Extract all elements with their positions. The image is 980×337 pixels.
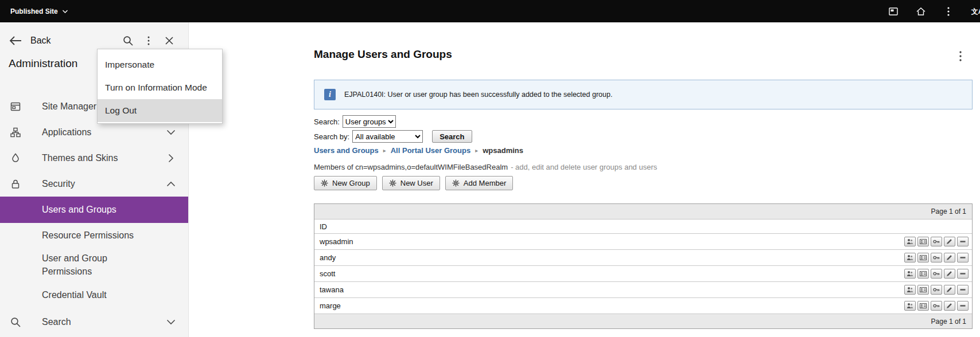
kebab-icon (947, 6, 950, 17)
edit-button[interactable] (944, 285, 955, 295)
search-by-select[interactable]: All available (352, 130, 423, 143)
view-membership-button[interactable] (904, 237, 916, 246)
sidebar-item-search[interactable]: Search (0, 309, 188, 335)
view-membership-button[interactable] (904, 253, 916, 262)
sidebar-search-button[interactable] (119, 30, 137, 51)
sidebar-close-button[interactable] (161, 30, 178, 51)
sidebar-item-credential-vault[interactable]: Credential Vault (0, 281, 188, 309)
menu-item-impersonate[interactable]: Impersonate (98, 53, 222, 76)
remove-icon (959, 287, 966, 293)
remove-button[interactable] (957, 237, 969, 246)
chevron-right-icon (168, 154, 174, 163)
breadcrumb-link-users-and-groups[interactable]: Users and Groups (314, 146, 379, 155)
chevron-down-icon (166, 319, 176, 325)
profile-button[interactable] (917, 301, 929, 311)
menu-item-log-out[interactable]: Log Out (98, 99, 222, 122)
page-kebab-button[interactable] (955, 50, 966, 62)
add-member-button[interactable]: Add Member (445, 176, 513, 190)
row-id-label: marge (314, 301, 341, 310)
new-user-label: New User (400, 179, 433, 187)
assign-roles-button[interactable] (931, 285, 942, 295)
profile-button[interactable] (917, 285, 929, 295)
edit-icon (946, 238, 953, 245)
remove-button[interactable] (957, 285, 969, 295)
profile-button[interactable] (917, 253, 929, 262)
table-row: scott (314, 265, 972, 281)
sidebar-item-security[interactable]: Security (0, 171, 188, 197)
profile-button[interactable] (917, 237, 929, 246)
edit-icon (946, 254, 953, 261)
chevron-up-icon (166, 181, 176, 187)
sidebar-kebab-button[interactable] (140, 30, 157, 51)
row-actions (904, 237, 972, 246)
assign-roles-button[interactable] (931, 269, 942, 279)
edit-button[interactable] (944, 253, 955, 262)
membership-icon (907, 287, 913, 293)
close-icon (165, 36, 174, 45)
language-button[interactable]: 文A (969, 5, 980, 18)
pagination-top: Page 1 of 1 (314, 204, 972, 219)
back-button[interactable]: Back (9, 30, 51, 51)
published-site-menu[interactable]: Published Site (0, 0, 78, 22)
table-row: andy (314, 249, 972, 265)
breadcrumb-separator: ▸ (383, 147, 386, 154)
edit-button[interactable] (944, 269, 955, 279)
view-membership-button[interactable] (904, 285, 916, 295)
published-site-label: Published Site (10, 7, 58, 15)
search-type-select[interactable]: User groups (343, 115, 396, 128)
info-icon: i (324, 89, 336, 100)
assign-roles-button[interactable] (931, 253, 942, 262)
row-actions (904, 253, 972, 262)
profile-button[interactable] (917, 269, 929, 279)
themes-icon (9, 152, 22, 164)
caret-down-icon (63, 10, 68, 13)
members-text: Members of cn=wpsadmins,o=defaultWIMFile… (314, 163, 508, 171)
members-hint: - add, edit and delete user groups and u… (511, 163, 657, 171)
sidebar-item-user-and-group-permissions[interactable]: User and Group Permissions (0, 248, 188, 281)
table-row: marge (314, 297, 972, 314)
profile-icon (920, 303, 927, 309)
sidebar-item-label: Site Manager (42, 101, 96, 112)
home-icon (915, 6, 927, 17)
toolbar-panel-button[interactable] (887, 5, 900, 18)
remove-icon (959, 271, 966, 277)
menu-item-turn-on-information-mode[interactable]: Turn on Information Mode (98, 76, 222, 99)
remove-button[interactable] (957, 269, 969, 279)
assign-roles-button[interactable] (931, 237, 942, 246)
profile-icon (920, 271, 927, 277)
assign-roles-button[interactable] (931, 301, 942, 311)
row-actions (904, 285, 972, 295)
row-id-label: scott (314, 269, 335, 278)
new-icon (389, 179, 396, 187)
table-row: tawana (314, 281, 972, 297)
breadcrumb-current: wpsadmins (483, 146, 523, 155)
edit-button[interactable] (944, 301, 955, 311)
page-title: Manage Users and Groups (314, 48, 452, 61)
edit-button[interactable] (944, 237, 955, 246)
new-group-label: New Group (332, 179, 370, 187)
home-button[interactable] (915, 5, 927, 18)
search-icon (9, 316, 22, 328)
view-membership-button[interactable] (904, 269, 916, 279)
search-button[interactable]: Search (432, 130, 472, 143)
sidebar-item-resource-permissions[interactable]: Resource Permissions (0, 223, 188, 248)
remove-button[interactable] (957, 301, 969, 311)
profile-icon (920, 238, 927, 245)
security-lock-icon (9, 178, 22, 190)
new-user-button[interactable]: New User (382, 176, 440, 190)
remove-button[interactable] (957, 253, 969, 262)
kebab-icon (959, 50, 962, 62)
topbar-kebab-button[interactable] (942, 5, 955, 18)
add-member-label: Add Member (464, 179, 506, 187)
applications-icon (9, 127, 22, 138)
breadcrumb-link-all-portal-user-groups[interactable]: All Portal User Groups (391, 146, 470, 155)
membership-icon (907, 271, 913, 277)
view-membership-button[interactable] (904, 301, 916, 311)
new-group-button[interactable]: New Group (314, 176, 377, 190)
sidebar-item-users-and-groups[interactable]: Users and Groups (0, 197, 188, 223)
search-by-row: Search by: All available Search (314, 130, 472, 143)
profile-icon (920, 287, 927, 293)
sidebar-item-label: Applications (42, 127, 91, 138)
sidebar-item-themes-and-skins[interactable]: Themes and Skins (0, 145, 188, 171)
topbar: Published Site 文A (0, 0, 980, 22)
